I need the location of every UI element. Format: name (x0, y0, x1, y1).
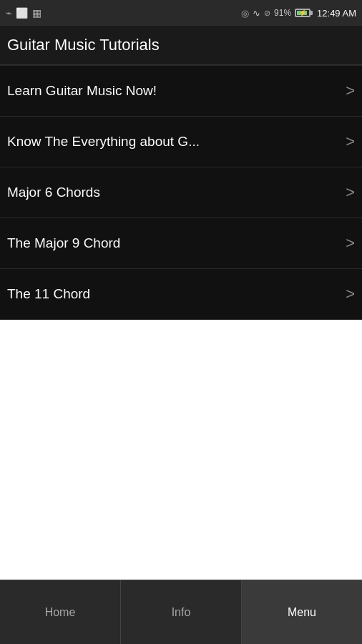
nav-label-menu: Menu (288, 606, 316, 619)
empty-area (0, 320, 362, 580)
sim-icon: ▦ (32, 7, 41, 19)
status-bar-right: ◎ ∿ ⊘ 91% ⚡ 12:49 AM (241, 8, 356, 19)
wifi-icon: ∿ (253, 8, 260, 19)
list-item[interactable]: The Major 9 Chord > (0, 218, 362, 269)
bottom-nav: Home Info Menu (0, 580, 362, 644)
list-item-text: Know The Everything about G... (7, 134, 338, 150)
nav-label-info: Info (172, 606, 191, 619)
app-title: Guitar Music Tutorials (7, 36, 160, 54)
list-item[interactable]: The 11 Chord > (0, 269, 362, 320)
chevron-icon: > (346, 82, 355, 100)
chevron-icon: > (346, 132, 355, 151)
no-signal-icon: ⊘ (264, 9, 270, 18)
list-item-text: Major 6 Chords (7, 185, 338, 200)
battery-percent: 91% (274, 8, 291, 18)
chevron-icon: > (346, 285, 355, 303)
battery-container: ⚡ (295, 9, 310, 17)
nav-item-home[interactable]: Home (0, 580, 121, 644)
status-bar-left: ⌁ ⬜ ▦ (6, 7, 41, 19)
chevron-icon: > (346, 183, 355, 202)
battery-icon: ⚡ (295, 9, 310, 17)
charging-bolt: ⚡ (299, 9, 307, 16)
nav-item-menu[interactable]: Menu (242, 580, 362, 644)
list-item-text: The Major 9 Chord (7, 235, 338, 251)
app-header: Guitar Music Tutorials (0, 26, 362, 65)
usb-icon: ⌁ (6, 7, 11, 19)
time-display: 12:49 AM (317, 8, 356, 19)
list-item[interactable]: Learn Guitar Music Now! > (0, 65, 362, 117)
list-item[interactable]: Know The Everything about G... > (0, 117, 362, 167)
nav-label-home: Home (45, 606, 76, 619)
list-item-text: The 11 Chord (7, 286, 338, 302)
image-icon: ⬜ (16, 7, 28, 19)
list-container: Learn Guitar Music Now! > Know The Every… (0, 65, 362, 320)
signal-icon: ◎ (241, 8, 249, 19)
chevron-icon: > (346, 234, 355, 253)
list-item[interactable]: Major 6 Chords > (0, 167, 362, 218)
status-bar: ⌁ ⬜ ▦ ◎ ∿ ⊘ 91% ⚡ 12:49 AM (0, 0, 362, 26)
content-wrapper: Guitar Music Tutorials Learn Guitar Musi… (0, 26, 362, 580)
nav-item-info[interactable]: Info (121, 580, 242, 644)
list-item-text: Learn Guitar Music Now! (7, 83, 338, 99)
